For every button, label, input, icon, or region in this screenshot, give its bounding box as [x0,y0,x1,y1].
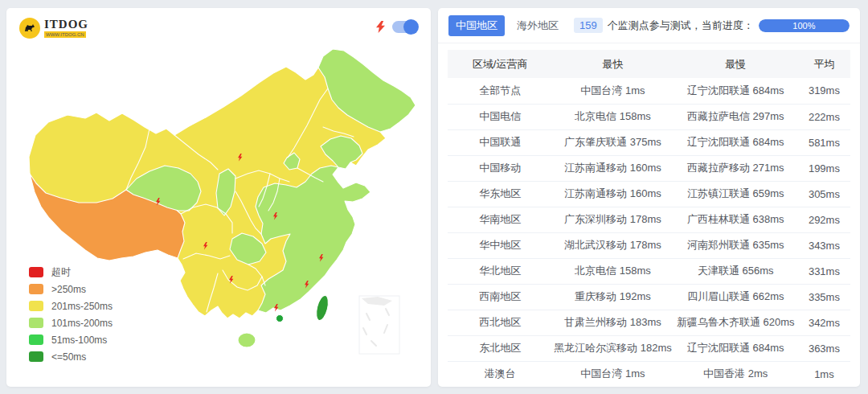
table-row: 中国移动江苏南通移动 160ms西藏拉萨移动 271ms199ms [448,155,850,181]
results-table-head: 区域/运营商最快最慢平均 [448,50,850,78]
column-header: 区域/运营商 [448,50,552,78]
legend-label: >250ms [51,284,86,295]
table-row: 华南地区广东深圳移动 178ms广西桂林联通 638ms292ms [448,207,850,232]
average-cell: 342ms [798,310,850,335]
slowest-cell: 中国香港 2ms [674,361,798,387]
fastest-cell: 江苏南通移动 160ms [552,181,673,207]
average-cell: 335ms [798,284,850,310]
legend-label: 51ms-100ms [51,334,107,346]
fastest-cell: 湖北武汉移动 178ms [552,232,673,258]
table-row: 中国电信北京电信 158ms西藏拉萨电信 297ms222ms [448,104,850,129]
legend-swatch [29,267,43,277]
legend-item[interactable]: 超时 [29,267,113,277]
table-row: 华东地区江苏南通移动 160ms江苏镇江联通 659ms305ms [448,181,850,207]
table-row: 华北地区北京电信 158ms天津联通 656ms331ms [448,258,850,284]
legend-item[interactable]: <=50ms [29,351,113,362]
region-cell: 华东地区 [448,181,552,207]
table-row: 全部节点中国台湾 1ms辽宁沈阳联通 684ms319ms [448,78,850,104]
slowest-cell: 河南郑州联通 635ms [674,232,798,258]
fast-mode-toggle[interactable] [392,21,418,33]
results-table-body: 全部节点中国台湾 1ms辽宁沈阳联通 684ms319ms中国电信北京电信 15… [448,78,850,387]
legend-item[interactable]: >250ms [29,284,113,294]
legend-item[interactable]: 101ms-200ms [29,318,113,328]
region-cell: 全部节点 [448,78,552,104]
slowest-cell: 辽宁沈阳联通 684ms [674,129,798,155]
fastest-cell: 江苏南通移动 160ms [552,155,673,181]
slowest-cell: 新疆乌鲁木齐联通 620ms [674,310,798,335]
legend-label: 201ms-250ms [51,301,113,312]
column-header: 最快 [552,50,673,78]
average-cell: 343ms [798,232,850,258]
fastest-cell: 甘肃兰州移动 183ms [552,310,673,335]
fastest-cell: 黑龙江哈尔滨移动 182ms [552,335,673,361]
legend-swatch [29,284,43,294]
average-cell: 581ms [798,129,850,155]
average-cell: 222ms [798,104,850,129]
region-cell: 中国电信 [448,104,552,129]
legend-label: 101ms-200ms [51,318,113,329]
column-header: 平均 [798,50,850,78]
south-sea-inset [359,296,399,354]
progress-label: 个监测点参与测试，当前进度： [608,18,754,33]
slowest-cell: 辽宁沈阳联通 684ms [674,335,798,361]
average-cell: 363ms [798,335,850,361]
results-header: 中国地区 海外地区 159 个监测点参与测试，当前进度： 100% [438,8,860,43]
results-panel: 中国地区 海外地区 159 个监测点参与测试，当前进度： 100% 区域/运营商… [438,8,860,387]
average-cell: 292ms [798,207,850,232]
fastest-cell: 北京电信 158ms [552,258,673,284]
legend-label: 超时 [51,265,71,279]
average-cell: 305ms [798,181,850,207]
monitor-count-badge: 159 [574,18,603,33]
fastest-cell: 北京电信 158ms [552,104,673,129]
slowest-cell: 辽宁沈阳联通 684ms [674,78,798,104]
table-row: 中国联通广东肇庆联通 375ms辽宁沈阳联通 684ms581ms [448,129,850,155]
logo[interactable]: ITDOG WWW.ITDOG.CN [19,18,88,39]
slowest-cell: 西藏拉萨移动 271ms [674,155,798,181]
slowest-cell: 广西桂林联通 638ms [674,207,798,232]
logo-subtitle: WWW.ITDOG.CN [44,31,86,38]
average-cell: 1ms [798,361,850,387]
map-region-hongkong[interactable] [276,315,284,322]
tab-china[interactable]: 中国地区 [448,15,505,36]
slowest-cell: 天津联通 656ms [674,258,798,284]
slowest-cell: 西藏拉萨电信 297ms [674,104,798,129]
table-row: 港澳台中国台湾 1ms中国香港 2ms1ms [448,361,850,387]
itdog-dog-icon [19,18,40,39]
legend-label: <=50ms [51,351,86,363]
region-cell: 东北地区 [448,335,552,361]
table-row: 东北地区黑龙江哈尔滨移动 182ms辽宁沈阳联通 684ms363ms [448,335,850,361]
legend-swatch [29,351,43,362]
fastest-cell: 广东深圳移动 178ms [552,207,673,232]
map-region-taiwan[interactable] [314,294,330,322]
toggle-knob [403,19,419,35]
slowest-cell: 江苏镇江联通 659ms [674,181,798,207]
average-cell: 319ms [798,78,850,104]
region-cell: 中国移动 [448,155,552,181]
progress-value: 100% [792,21,815,31]
legend-item[interactable]: 51ms-100ms [29,334,113,345]
legend-swatch [29,334,43,345]
fastest-cell: 重庆移动 192ms [552,284,673,310]
fastest-cell: 中国台湾 1ms [552,78,673,104]
legend-swatch [29,301,43,311]
map-region-hainan[interactable] [238,333,256,347]
legend: 超时>250ms201ms-250ms101ms-200ms51ms-100ms… [29,267,113,368]
legend-item[interactable]: 201ms-250ms [29,301,113,311]
region-cell: 港澳台 [448,361,552,387]
lightning-icon[interactable] [376,21,385,33]
tab-overseas[interactable]: 海外地区 [517,18,559,33]
progress-fill: 100% [759,19,850,32]
region-cell: 华北地区 [448,258,552,284]
region-cell: 西南地区 [448,284,552,310]
region-cell: 华南地区 [448,207,552,232]
region-cell: 西北地区 [448,310,552,335]
progress-bar: 100% [759,19,850,32]
logo-title: ITDOG [44,18,88,31]
table-row: 西南地区重庆移动 192ms四川眉山联通 662ms335ms [448,284,850,310]
map-panel: ITDOG WWW.ITDOG.CN [6,8,431,387]
table-row: 西北地区甘肃兰州移动 183ms新疆乌鲁木齐联通 620ms342ms [448,310,850,335]
fastest-cell: 中国台湾 1ms [552,361,673,387]
average-cell: 199ms [798,155,850,181]
legend-swatch [29,318,43,328]
region-cell: 中国联通 [448,129,552,155]
